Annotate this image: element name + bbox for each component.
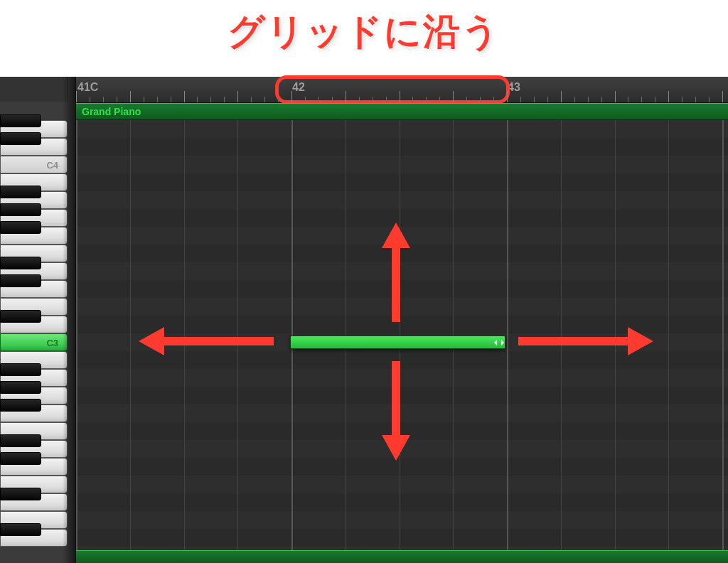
ruler-tick bbox=[210, 97, 211, 102]
grid-row bbox=[76, 476, 728, 493]
ruler-tick bbox=[520, 97, 521, 102]
keyboard-top-spacer bbox=[0, 77, 68, 102]
midi-note[interactable] bbox=[290, 336, 505, 349]
ruler-tick-major bbox=[507, 91, 508, 102]
grid-beat-line bbox=[668, 120, 669, 550]
ruler-tick bbox=[264, 97, 265, 102]
key-label-c3: C3 bbox=[46, 337, 58, 348]
ruler-tick bbox=[184, 91, 185, 102]
ruler-tick bbox=[251, 97, 252, 102]
ruler-tick bbox=[615, 91, 616, 102]
piano-key-black[interactable] bbox=[0, 399, 41, 412]
ruler-tick bbox=[197, 97, 198, 102]
grid-row bbox=[76, 387, 728, 404]
ruler-tick bbox=[426, 97, 427, 102]
grid-row bbox=[76, 209, 728, 227]
ruler-tick bbox=[346, 91, 346, 102]
piano-key-black[interactable] bbox=[0, 132, 41, 145]
timeline-ruler[interactable]: 41C 42 43 bbox=[76, 77, 728, 103]
grid-row bbox=[76, 511, 728, 529]
grid-row bbox=[76, 422, 728, 440]
piano-key-black[interactable] bbox=[0, 488, 41, 500]
piano-key-black[interactable] bbox=[0, 203, 41, 216]
ruler-tick bbox=[237, 91, 238, 102]
piano-key-black[interactable] bbox=[0, 186, 41, 198]
ruler-tick bbox=[157, 97, 158, 102]
piano-key-black[interactable] bbox=[0, 523, 41, 536]
note-canvas[interactable]: 41C 42 43 Grand Piano bbox=[76, 77, 728, 563]
annotation-title: グリッドに沿う bbox=[0, 7, 728, 57]
ruler-tick bbox=[332, 97, 333, 102]
grid-row bbox=[76, 458, 728, 476]
piano-key-black[interactable] bbox=[0, 221, 41, 234]
grid-row bbox=[76, 369, 728, 387]
ruler-tick bbox=[144, 97, 144, 102]
ruler-tick bbox=[655, 97, 655, 102]
piano-key-c4[interactable]: C4 bbox=[0, 156, 68, 173]
ruler-tick bbox=[171, 97, 171, 102]
ruler-tick bbox=[318, 97, 319, 102]
ruler-tick bbox=[574, 97, 575, 102]
key-label-c4: C4 bbox=[46, 159, 58, 170]
ruler-bar-number: 42 bbox=[292, 81, 305, 94]
piano-key-black[interactable] bbox=[0, 274, 41, 287]
grid-beat-line bbox=[184, 120, 185, 550]
ruler-tick bbox=[103, 97, 104, 102]
piano-key-black[interactable] bbox=[0, 257, 41, 269]
ruler-tick bbox=[373, 97, 373, 102]
ruler-tick-major bbox=[722, 91, 723, 102]
piano-roll-editor: C4 C3 bbox=[0, 77, 728, 563]
ruler-tick bbox=[628, 97, 628, 102]
grid-bar-line bbox=[76, 120, 77, 550]
grid-row bbox=[76, 280, 728, 298]
ruler-bar-number: 41C bbox=[77, 81, 98, 94]
ruler-tick bbox=[90, 97, 90, 102]
ruler-tick bbox=[534, 97, 535, 102]
track-header[interactable]: Grand Piano bbox=[76, 103, 728, 120]
ruler-tick bbox=[117, 97, 117, 102]
piano-key-black[interactable] bbox=[0, 363, 41, 376]
grid-row bbox=[76, 298, 728, 316]
ruler-tick bbox=[412, 97, 413, 102]
grid-beat-line bbox=[615, 120, 616, 550]
grid-row bbox=[76, 120, 728, 138]
grid-row bbox=[76, 440, 728, 458]
grid-row bbox=[76, 227, 728, 245]
ruler-tick bbox=[561, 91, 562, 102]
piano-key-c3[interactable]: C3 bbox=[0, 333, 68, 351]
grid-beat-line bbox=[561, 120, 562, 550]
ruler-tick bbox=[278, 97, 279, 102]
piano-key-black[interactable] bbox=[0, 381, 41, 394]
annotation-highlight-box bbox=[275, 75, 510, 104]
ruler-tick bbox=[480, 97, 481, 102]
piano-key-black[interactable] bbox=[0, 434, 41, 447]
piano-key-black[interactable] bbox=[0, 452, 41, 465]
ruler-tick bbox=[668, 91, 669, 102]
ruler-tick bbox=[439, 97, 440, 102]
ruler-tick bbox=[709, 97, 710, 102]
ruler-tick bbox=[386, 97, 387, 102]
ruler-tick bbox=[588, 97, 589, 102]
grid-bar-line bbox=[507, 120, 508, 550]
grid-row bbox=[76, 191, 728, 209]
piano-key-black[interactable] bbox=[0, 114, 41, 127]
ruler-tick bbox=[641, 97, 642, 102]
grid-bar-line bbox=[722, 120, 724, 550]
ruler-tick bbox=[695, 97, 696, 102]
grid-row bbox=[76, 138, 728, 156]
piano-key-black[interactable] bbox=[0, 310, 41, 323]
piano-keyboard[interactable]: C4 C3 bbox=[0, 77, 76, 563]
ruler-tick bbox=[305, 97, 306, 102]
ruler-tick bbox=[547, 97, 548, 102]
grid-row bbox=[76, 262, 728, 280]
grid-row bbox=[76, 316, 728, 333]
ruler-tick bbox=[601, 97, 602, 102]
ruler-tick bbox=[224, 97, 225, 102]
ruler-tick bbox=[400, 91, 400, 102]
grid-row bbox=[76, 404, 728, 422]
piano-roll-grid[interactable] bbox=[76, 120, 728, 550]
grid-row bbox=[76, 156, 728, 173]
ruler-tick bbox=[466, 97, 467, 102]
ruler-tick bbox=[453, 91, 454, 102]
note-resize-handle-icon[interactable] bbox=[493, 336, 504, 348]
